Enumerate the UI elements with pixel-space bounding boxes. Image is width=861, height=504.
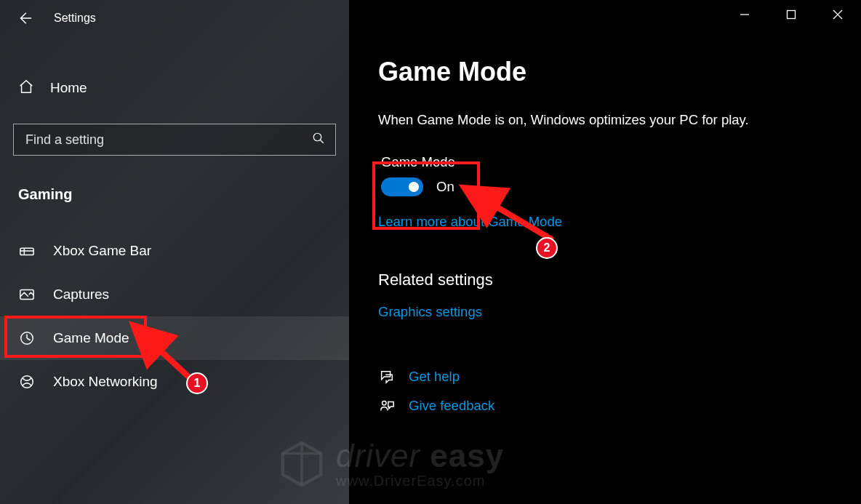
- sidebar-home[interactable]: Home: [0, 70, 349, 106]
- sidebar-item-xbox-gamebar[interactable]: Xbox Game Bar: [0, 229, 349, 273]
- minimize-button[interactable]: [721, 0, 768, 29]
- sidebar-item-label: Xbox Networking: [53, 374, 158, 390]
- svg-rect-5: [788, 11, 796, 19]
- get-help-row[interactable]: Get help: [378, 362, 861, 391]
- help-chat-icon: [378, 368, 396, 385]
- search-input[interactable]: [25, 132, 312, 148]
- sidebar-section-title: Gaming: [0, 186, 349, 203]
- annotation-badge-1: 1: [186, 372, 208, 394]
- window-title: Settings: [54, 12, 96, 25]
- page-title: Game Mode: [378, 57, 861, 87]
- related-settings-title: Related settings: [378, 271, 861, 289]
- give-feedback-row[interactable]: Give feedback: [378, 391, 861, 420]
- search-icon: [312, 132, 325, 148]
- gamemode-icon: [18, 329, 36, 347]
- sidebar-item-label: Captures: [53, 287, 109, 303]
- page-description: When Game Mode is on, Windows optimizes …: [378, 112, 861, 128]
- game-mode-toggle-block: Game Mode On: [378, 153, 460, 201]
- give-feedback-link: Give feedback: [409, 398, 494, 414]
- window-controls: [721, 0, 861, 29]
- home-icon: [18, 79, 34, 97]
- toggle-state-text: On: [436, 179, 454, 195]
- xbox-gamebar-icon: [18, 242, 36, 260]
- captures-icon: [18, 286, 36, 303]
- graphics-settings-link[interactable]: Graphics settings: [378, 304, 482, 320]
- svg-rect-1: [20, 248, 33, 255]
- search-box[interactable]: [13, 124, 336, 156]
- close-button[interactable]: [814, 0, 861, 29]
- feedback-icon: [378, 397, 396, 415]
- sidebar-item-label: Xbox Game Bar: [53, 243, 151, 259]
- annotation-badge-2: 2: [536, 237, 558, 259]
- sidebar-item-label: Game Mode: [53, 330, 129, 346]
- game-mode-toggle[interactable]: [381, 177, 423, 196]
- toggle-label: Game Mode: [381, 154, 455, 170]
- main-content: Game Mode When Game Mode is on, Windows …: [349, 0, 861, 504]
- sidebar-home-label: Home: [50, 80, 87, 96]
- svg-point-0: [313, 133, 321, 141]
- xbox-network-icon: [18, 373, 36, 391]
- settings-sidebar: Settings Home Gaming Xbox Game Bar: [0, 0, 349, 504]
- back-button[interactable]: [16, 9, 33, 27]
- get-help-link: Get help: [409, 369, 460, 385]
- svg-point-6: [383, 401, 387, 406]
- maximize-button[interactable]: [768, 0, 814, 29]
- sidebar-item-captures[interactable]: Captures: [0, 273, 349, 316]
